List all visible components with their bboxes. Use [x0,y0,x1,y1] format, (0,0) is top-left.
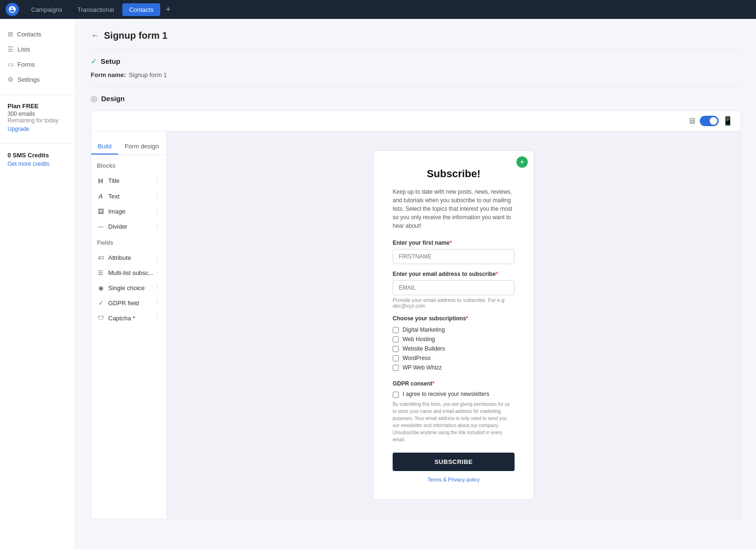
form-name-value: Signup form 1 [129,71,167,78]
field-multilist-label: Multi-list subsc... [108,269,154,276]
divider-drag-handle[interactable]: ⋮ [154,223,161,230]
singlechoice-field-icon: ◉ [97,284,104,292]
device-toggle[interactable] [700,116,719,126]
sidebar-item-lists[interactable]: ☰ Lists [0,42,75,57]
sms-credits: 0 SMS Credits [8,152,68,159]
field-captcha-left: 🛡 Captcha * [97,315,135,322]
block-image-label: Image [108,208,125,215]
block-title-left: H Title [97,177,120,185]
text-block-icon: A [97,193,104,200]
subscription-checkbox[interactable] [393,336,399,343]
nav-transactional[interactable]: Transactional [71,3,121,16]
main-content: ← Signup form 1 ✓ Setup Form name: Signu… [76,19,756,549]
gdpr-field-icon: ✓ [97,300,104,307]
setup-divider [91,86,741,86]
subscription-label: WP Web Whizz [403,364,442,371]
page-title: Signup form 1 [104,30,167,41]
sidebar-item-forms[interactable]: ▭ Forms [0,57,75,72]
block-divider[interactable]: — Divider ⋮ [91,219,166,234]
captcha-field-icon: 🛡 [97,315,104,322]
nav-contacts[interactable]: Contacts [122,3,160,16]
subscription-checkbox[interactable] [393,355,399,361]
gdpr-drag-handle[interactable]: ⋮ [154,299,161,307]
field-singlechoice-label: Single choice [108,284,145,292]
text-drag-handle[interactable]: ⋮ [154,192,161,200]
subscriptions-label: Choose your subscriptions* [393,315,515,322]
sidebar-forms-label: Forms [17,61,35,68]
tab-form-design[interactable]: Form design [118,139,165,154]
setup-section-header: ✓ Setup [91,57,741,66]
sms-more-link[interactable]: Get more credits [8,161,68,167]
builder-area: 🖥 📱 Build Form design Blocks H Title [91,111,741,519]
title-drag-handle[interactable]: ⋮ [154,177,161,185]
plan-name: Plan FREE [8,103,68,110]
field-captcha[interactable]: 🛡 Captcha * ⋮ [91,310,166,326]
nav-campaigns[interactable]: Campaigns [25,3,69,16]
block-image[interactable]: 🖼 Image ⋮ [91,204,166,219]
block-title[interactable]: H Title ⋮ [91,173,166,189]
blocks-label: Blocks [91,163,166,169]
multilist-field-icon: ☰ [97,269,104,276]
gdpr-fine-print: By submitting this form, you are giving … [393,401,515,443]
image-drag-handle[interactable]: ⋮ [154,207,161,215]
block-text[interactable]: A Text ⋮ [91,189,166,204]
subscription-item: Web Hosting [393,336,515,343]
design-title: Design [101,94,125,103]
subscription-label: Digital Marketing [403,326,445,333]
mobile-icon[interactable]: 📱 [722,116,733,126]
field-gdpr[interactable]: ✓ GDPR field ⋮ [91,295,166,310]
fields-label: Fields [91,240,166,246]
top-nav: Campaigns Transactional Contacts + [0,0,756,19]
field-gdpr-label: GDPR field [108,300,139,307]
plan-emails: 300 emails [8,111,68,117]
block-divider-left: — Divider [97,223,127,230]
captcha-drag-handle[interactable]: ⋮ [154,314,161,322]
tab-build[interactable]: Build [91,139,118,154]
forms-icon: ▭ [8,60,14,68]
sidebar-contacts-label: Contacts [17,31,41,38]
subscribe-button[interactable]: SUBSCRIBE [393,453,515,471]
title-block-icon: H [97,177,104,185]
field-attribute-left: 🏷 Attribute [97,254,131,261]
form-add-button[interactable]: + [516,156,528,168]
block-text-left: A Text [97,193,120,200]
subscription-checkbox[interactable] [393,365,399,371]
terms-link[interactable]: Terms & Privacy policy [393,477,515,482]
logo [6,3,19,16]
sidebar-item-contacts[interactable]: ⊞ Contacts [0,26,75,42]
preview-area: + Subscribe! Keep up to date with new po… [167,131,740,519]
field-multilist[interactable]: ☰ Multi-list subsc... ⋮ [91,265,166,280]
field-captcha-label: Captcha * [108,315,135,322]
subscription-checkbox[interactable] [393,346,399,352]
block-image-left: 🖼 Image [97,208,125,215]
upgrade-link[interactable]: Upgrade [8,126,68,132]
nav-plus-button[interactable]: + [162,3,175,17]
field-gdpr-left: ✓ GDPR field [97,300,139,307]
subscription-checkbox[interactable] [393,327,399,333]
gdpr-checkbox[interactable] [393,392,399,398]
attribute-drag-handle[interactable]: ⋮ [154,254,161,261]
email-input[interactable] [393,280,515,295]
block-title-label: Title [108,177,120,184]
firstname-input[interactable] [393,249,515,264]
singlechoice-drag-handle[interactable]: ⋮ [154,284,161,292]
multilist-drag-handle[interactable]: ⋮ [154,269,161,276]
form-card: + Subscribe! Keep up to date with new po… [373,150,534,500]
firstname-label: Enter your first name* [393,240,515,246]
builder-toolbar: 🖥 📱 [91,111,740,131]
subscription-item: Website Builders [393,345,515,352]
image-block-icon: 🖼 [97,208,104,215]
field-singlechoice[interactable]: ◉ Single choice ⋮ [91,280,166,295]
subscription-item: Digital Marketing [393,326,515,333]
gdpr-checkbox-row: I agree to receive your newsletters [393,391,515,398]
contacts-icon: ⊞ [8,30,13,38]
sidebar-item-settings[interactable]: ⚙ Settings [0,72,75,87]
desktop-icon[interactable]: 🖥 [687,116,696,126]
field-attribute[interactable]: 🏷 Attribute ⋮ [91,250,166,265]
back-button[interactable]: ← [91,31,99,41]
gdpr-checkbox-label: I agree to receive your newsletters [403,391,489,397]
email-label: Enter your email address to subscribe* [393,271,515,277]
block-text-label: Text [108,193,120,200]
sidebar: ⊞ Contacts ☰ Lists ▭ Forms ⚙ Settings Pl… [0,19,76,549]
design-section-header: ◎ Design [91,94,741,103]
